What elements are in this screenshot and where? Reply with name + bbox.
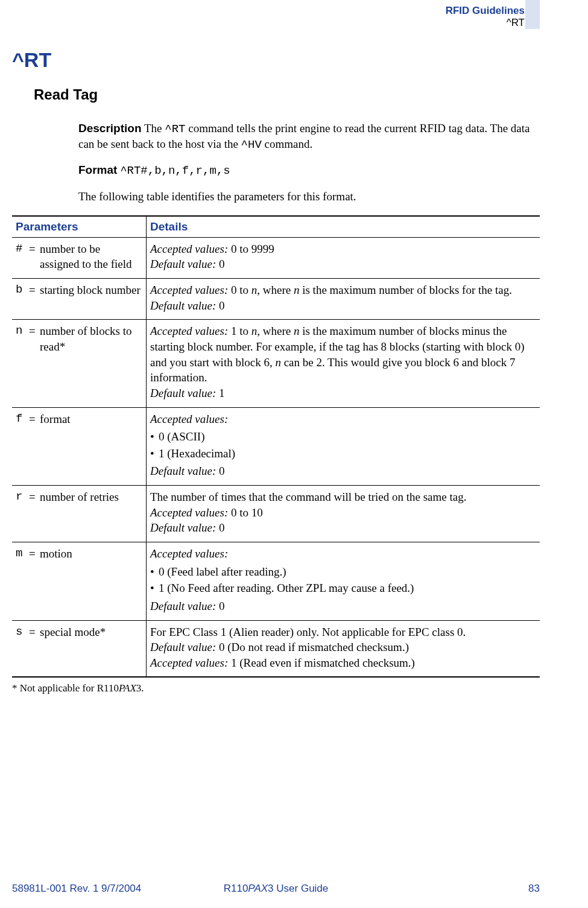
table-footnote: * Not applicable for R110PAX3. (12, 682, 540, 694)
detail-cell: Accepted values:0 (Feed label after read… (147, 542, 540, 621)
running-header: RFID Guidelines ^RT (446, 5, 525, 30)
detail-cell: Accepted values: 0 to n, where n is the … (147, 279, 540, 320)
table-row: r=number of retriesThe number of times t… (12, 486, 540, 542)
format-label: Format (78, 164, 117, 176)
th-details: Details (147, 216, 540, 238)
table-row: b=starting block numberAccepted values: … (12, 279, 540, 320)
table-row: s=special mode*For EPC Class 1 (Alien re… (12, 620, 540, 677)
th-parameters: Parameters (12, 216, 147, 238)
footer-page-number: 83 (528, 883, 540, 895)
header-section-title: RFID Guidelines (446, 5, 525, 17)
table-row: f=formatAccepted values:0 (ASCII)1 (Hexa… (12, 407, 540, 486)
page-footer: 58981L-001 Rev. 1 9/7/2004 R110PAX3 User… (12, 883, 540, 895)
param-cell: r=number of retries (12, 486, 147, 542)
param-cell: n=number of blocks to read* (12, 320, 147, 407)
body-block: Description The ^RT command tells the pr… (78, 121, 540, 205)
param-cell: s=special mode* (12, 620, 147, 677)
table-row: n=number of blocks to read*Accepted valu… (12, 320, 540, 407)
detail-cell: The number of times that the command wil… (147, 486, 540, 542)
inline-code: ^RT (165, 122, 185, 136)
footer-left: 58981L-001 Rev. 1 9/7/2004 (12, 883, 141, 895)
detail-cell: Accepted values: 0 to 9999Default value:… (147, 237, 540, 278)
table-row: m=motionAccepted values:0 (Feed label af… (12, 542, 540, 621)
param-cell: #=number to be assigned to the field (12, 237, 147, 278)
command-title: ^RT (12, 48, 540, 72)
description-paragraph: Description The ^RT command tells the pr… (78, 121, 540, 152)
header-command: ^RT (446, 17, 525, 29)
detail-cell: Accepted values: 1 to n, where n is the … (147, 320, 540, 407)
page-content: ^RT Read Tag Description The ^RT command… (12, 48, 540, 694)
parameters-table: Parameters Details #=number to be assign… (12, 215, 540, 678)
format-line: Format ^RT#,b,n,f,r,m,s (78, 163, 540, 179)
command-subtitle: Read Tag (34, 86, 540, 103)
param-cell: b=starting block number (12, 279, 147, 320)
detail-cell: Accepted values:0 (ASCII)1 (Hexadecimal)… (147, 407, 540, 486)
format-note: The following table identifies the param… (78, 189, 540, 205)
detail-cell: For EPC Class 1 (Alien reader) only. Not… (147, 620, 540, 677)
table-row: #=number to be assigned to the fieldAcce… (12, 237, 540, 278)
param-cell: m=motion (12, 542, 147, 621)
param-cell: f=format (12, 407, 147, 486)
description-label: Description (78, 122, 142, 135)
inline-code: ^HV (241, 138, 262, 151)
format-code: ^RT#,b,n,f,r,m,s (120, 164, 230, 177)
page-edge-tab (525, 0, 540, 29)
